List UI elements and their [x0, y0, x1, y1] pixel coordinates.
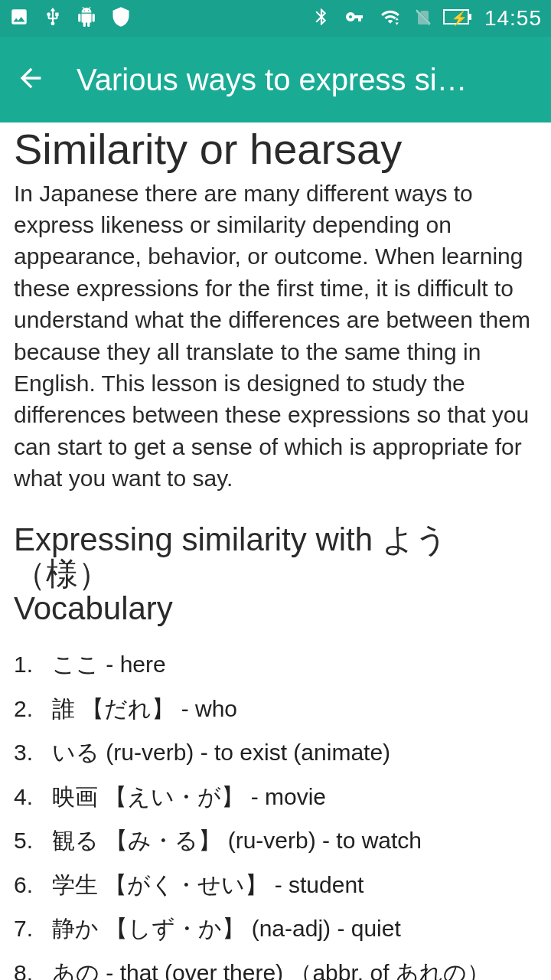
back-button[interactable] [15, 63, 46, 96]
picture-icon [9, 7, 29, 30]
usb-icon [43, 7, 63, 30]
battery-charging-icon: ⚡ [443, 9, 469, 28]
list-item: 5.観る 【み・る】 (ru-verb) - to watch [14, 824, 537, 858]
list-item: 7.静か 【しず・か】 (na-adj) - quiet [14, 912, 537, 946]
status-clock: 14:55 [484, 6, 542, 31]
android-icon [77, 7, 96, 30]
status-bar: ⚡ 14:55 [0, 0, 551, 37]
vocab-list: 1.ここ - here 2.誰 【だれ】 - who 3.いる (ru-verb… [14, 648, 537, 980]
list-item: 4.映画 【えい・が】 - movie [14, 780, 537, 814]
key-icon [342, 8, 367, 29]
content-area[interactable]: Similarity or hearsay In Japanese there … [0, 126, 551, 980]
page-heading: Similarity or hearsay [14, 126, 537, 173]
intro-paragraph: In Japanese there are many different way… [14, 178, 537, 495]
app-bar-title: Various ways to express si… [77, 63, 536, 97]
list-item: 3.いる (ru-verb) - to exist (animate) [14, 736, 537, 769]
list-item: 8.あの - that (over there) （abbr. of あれの） [14, 956, 537, 980]
list-item: 1.ここ - here [14, 648, 537, 681]
no-sim-icon [414, 6, 432, 31]
app-bar: Various ways to express si… [0, 37, 551, 122]
shield-icon [110, 6, 132, 31]
section-heading: Expressing similarity with よう （様） [14, 522, 537, 592]
wifi-icon [377, 7, 403, 30]
list-item: 2.誰 【だれ】 - who [14, 692, 537, 726]
list-item: 6.学生 【がく・せい】 - student [14, 868, 537, 902]
vocab-heading: Vocabulary [14, 591, 537, 626]
bluetooth-icon [311, 5, 331, 31]
